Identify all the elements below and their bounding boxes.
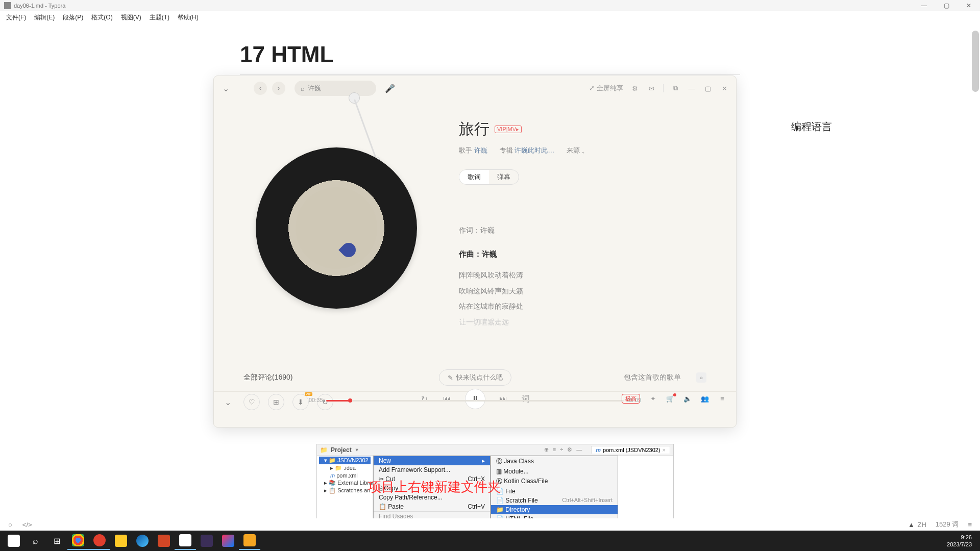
taskbar-typora[interactable] <box>175 532 196 550</box>
menu-directory[interactable]: 📁 Directory <box>491 505 618 514</box>
typora-app-icon <box>4 2 11 9</box>
fullscreen-label[interactable]: ⤢全屏纯享 <box>589 84 623 93</box>
menu-add-framework[interactable]: Add Framework Support... <box>374 465 490 474</box>
mini-mode-icon[interactable]: ⧉ <box>671 84 680 93</box>
progress-bar[interactable] <box>326 400 624 402</box>
close-icon[interactable]: ✕ <box>720 84 729 93</box>
prev-track-button[interactable]: ⏮ <box>443 394 452 404</box>
tool-icon[interactable]: ⚙ <box>567 446 572 453</box>
expand-icon[interactable]: » <box>696 372 706 383</box>
tree-item[interactable]: ▸ 📁 .idea <box>319 464 371 472</box>
menu-java-class[interactable]: Ⓒ Java Class <box>491 456 618 467</box>
maximize-button[interactable]: ▢ <box>935 0 958 11</box>
system-tray[interactable]: 9:26 2023/7/23 <box>947 534 977 548</box>
status-menu-icon[interactable]: ≡ <box>968 521 972 529</box>
write-comment-input[interactable]: ✎ 快来说点什么吧 <box>439 369 511 386</box>
next-track-button[interactable]: ⏭ <box>499 394 508 404</box>
start-button[interactable] <box>3 532 24 550</box>
taskbar-chrome[interactable] <box>67 532 89 550</box>
source-mode-icon[interactable]: </> <box>22 521 32 529</box>
taskbar-edge[interactable] <box>132 532 153 550</box>
album-art-area <box>229 107 444 364</box>
menu-file[interactable]: 文件(F) <box>2 12 30 23</box>
pause-button[interactable]: ⏸ <box>465 389 485 409</box>
effects-icon[interactable]: ✦ <box>648 394 657 404</box>
tab-lyrics[interactable]: 歌词 <box>459 170 489 184</box>
singer-link[interactable]: 许巍 <box>474 146 487 154</box>
download-button[interactable]: ⬇ <box>292 394 309 410</box>
vip-badge[interactable]: VIP|MV▸ <box>495 126 522 133</box>
lyric-line: 作词：许巍 <box>459 222 721 238</box>
menu-new[interactable]: New <box>374 456 490 465</box>
outline-icon[interactable]: ○ <box>8 521 12 529</box>
menu-edit[interactable]: 编辑(E) <box>30 12 59 23</box>
time-elapsed: 00:35 <box>309 397 323 403</box>
tree-root[interactable]: ▾ 📁 JSDVN2302 <box>319 457 371 464</box>
task-view-button[interactable]: ⊞ <box>46 532 67 550</box>
collapse-player-icon[interactable]: ⌄ <box>223 396 235 408</box>
lyric-line-current: 作曲：许巍 <box>459 245 721 262</box>
menu-paragraph[interactable]: 段落(P) <box>59 12 87 23</box>
close-button[interactable]: ✕ <box>958 0 980 11</box>
lyrics-panel[interactable]: 作词：许巍 作曲：许巍 阵阵晚风吹动着松涛 吹响这风铃声如天籁 站在这城市的寂静… <box>459 222 721 330</box>
collapse-icon[interactable]: ⌄ <box>221 82 233 94</box>
windows-taskbar: ⌕ ⊞ 9:26 2023/7/23 <box>0 531 980 551</box>
nav-forward-button[interactable]: › <box>272 82 285 95</box>
album-link[interactable]: 许巍此时此… <box>514 146 554 154</box>
quality-badge[interactable]: 极高 <box>622 394 640 404</box>
tree-item[interactable]: m pom.xml <box>319 472 371 479</box>
menu-paste[interactable]: 📋 PasteCtrl+V <box>374 502 490 511</box>
menu-copy-path[interactable]: Copy Path/Reference... <box>374 493 490 502</box>
project-label[interactable]: Project <box>331 446 352 454</box>
taskbar-app-purple[interactable] <box>196 532 217 550</box>
menu-theme[interactable]: 主题(T) <box>145 12 174 23</box>
heading-1[interactable]: 17 HTML <box>240 42 791 67</box>
menu-module[interactable]: ▥ Module... <box>491 467 618 476</box>
search-button[interactable]: ⌕ <box>24 532 46 550</box>
tab-danmu[interactable]: 弹幕 <box>489 170 519 184</box>
minimize-button[interactable]: — <box>913 0 935 11</box>
tree-item[interactable]: ▸ 📚 External Librar <box>319 479 371 487</box>
tool-icon[interactable]: ÷ <box>560 446 563 453</box>
maximize-icon[interactable]: ▢ <box>703 84 713 93</box>
status-warning[interactable]: ▲ ZH <box>908 521 926 529</box>
menu-file[interactable]: 📄 File <box>491 487 618 496</box>
tool-icon[interactable]: — <box>576 446 582 453</box>
tree-item[interactable]: ▸ 📋 Scratches an <box>319 487 371 494</box>
like-button[interactable]: ♡ <box>243 394 260 410</box>
taskbar-explorer[interactable] <box>110 532 132 550</box>
loop-icon[interactable]: ↻ <box>420 394 429 404</box>
mail-icon[interactable]: ✉ <box>647 84 656 93</box>
menu-scratch[interactable]: 📄 Scratch FileCtrl+Alt+Shift+Insert <box>491 496 618 505</box>
nav-back-button[interactable]: ‹ <box>254 82 267 95</box>
minimize-icon[interactable]: — <box>687 84 696 93</box>
editor-tab[interactable]: mpom.xml (JSDVN2302)× <box>591 446 670 454</box>
taskbar-intellij[interactable] <box>217 532 239 550</box>
album-cover <box>296 187 377 269</box>
settings-icon[interactable]: ⚙ <box>630 84 640 93</box>
word-count[interactable]: 1529 词 <box>936 520 959 529</box>
taskbar-music[interactable] <box>239 532 260 550</box>
menu-copy[interactable]: ⎘ Copy <box>374 484 490 493</box>
menu-format[interactable]: 格式(O) <box>87 12 116 23</box>
taskbar-wps[interactable] <box>153 532 175 550</box>
cart-icon[interactable]: 🛒 <box>666 394 675 404</box>
playlist-label[interactable]: 包含这首歌的歌单 <box>624 373 681 382</box>
menu-view[interactable]: 视图(V) <box>117 12 145 23</box>
menu-cut[interactable]: ✂ CutCtrl+X <box>374 474 490 484</box>
taskbar-app-red[interactable] <box>89 532 110 550</box>
together-icon[interactable]: 👥 <box>700 394 709 404</box>
typora-statusbar: ○ </> ▲ ZH 1529 词 ≡ <box>0 518 980 531</box>
vinyl-record[interactable] <box>256 147 417 309</box>
menu-kotlin[interactable]: Ⓚ Kotlin Class/File <box>491 476 618 487</box>
lyrics-toggle[interactable]: 词 <box>521 394 530 404</box>
tool-icon[interactable]: ≡ <box>553 446 556 453</box>
collect-button[interactable]: ⊞ <box>268 394 284 410</box>
comments-count[interactable]: 全部评论(1690) <box>243 373 292 382</box>
scrollbar-thumb[interactable] <box>972 31 979 92</box>
tool-icon[interactable]: ⊕ <box>544 446 549 453</box>
volume-icon[interactable]: 🔈 <box>683 394 692 404</box>
comments-bar: 全部评论(1690) ✎ 快来说点什么吧 包含这首歌的歌单 » <box>214 364 736 391</box>
playlist-icon[interactable]: ≡ <box>718 394 727 404</box>
menu-help[interactable]: 帮助(H) <box>174 12 203 23</box>
